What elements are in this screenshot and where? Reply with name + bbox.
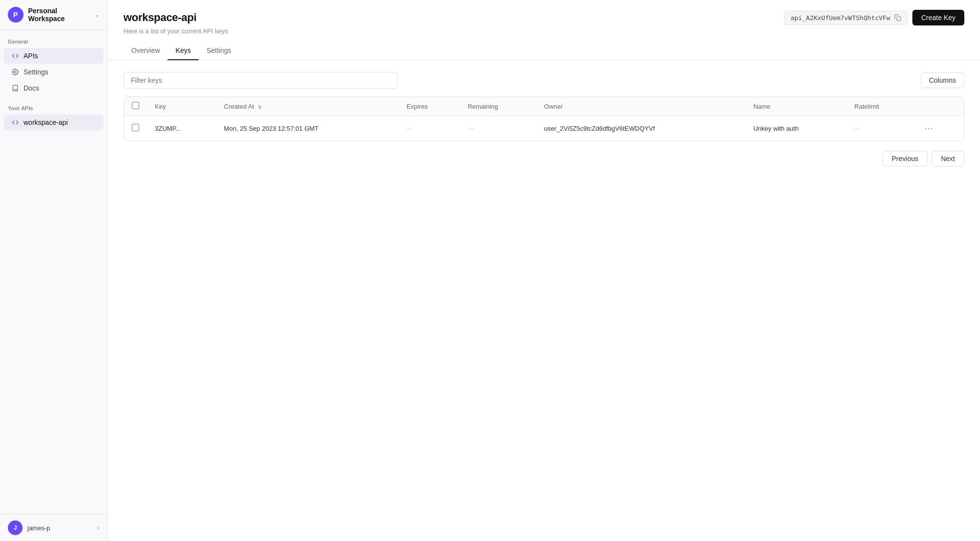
row-key: 3ZUMP... — [147, 116, 216, 141]
main-content: workspace-api api_A2KxUfUem7vWTShQhtcVFw… — [108, 0, 980, 541]
th-created-at[interactable]: Created At ⇅ — [216, 97, 399, 116]
content-area: Columns Key Created At ⇅ Expires — [108, 60, 980, 541]
th-name: Name — [745, 97, 846, 116]
workspace-info: P Personal Workspace — [8, 7, 95, 23]
row-created-at: Mon, 25 Sep 2023 12:57:01 GMT — [216, 116, 399, 141]
sidebar-item-workspace-api[interactable]: workspace-api — [4, 115, 103, 130]
sort-icon: ⇅ — [258, 104, 262, 110]
api-key-display: api_A2KxUfUem7vWTShQhtcVFw — [784, 11, 907, 25]
general-section-label: General — [0, 30, 107, 47]
row-checkbox[interactable] — [132, 124, 139, 131]
row-checkbox-cell[interactable] — [124, 116, 147, 141]
th-key: Key — [147, 97, 216, 116]
chevron-right-icon: › — [98, 524, 99, 531]
table-header-row: Key Created At ⇅ Expires Remaining Owner… — [124, 97, 964, 116]
th-ratelimit: Ratelimit — [847, 97, 914, 116]
workspace-avatar: P — [8, 7, 24, 23]
tab-settings[interactable]: Settings — [198, 42, 239, 60]
header-actions: api_A2KxUfUem7vWTShQhtcVFw Create Key — [784, 10, 964, 25]
book-icon — [12, 85, 19, 92]
sidebar-item-settings-label: Settings — [24, 68, 49, 76]
tabs: Overview Keys Settings — [123, 42, 964, 60]
filter-row: Columns — [123, 72, 964, 89]
copy-api-key-button[interactable] — [894, 14, 901, 21]
code-icon-api — [12, 119, 19, 126]
tab-keys[interactable]: Keys — [168, 42, 198, 60]
workspace-name: Personal Workspace — [28, 7, 95, 23]
user-footer[interactable]: J james-p › — [0, 514, 107, 541]
sidebar-nav: General APIs Settings — [0, 30, 107, 514]
svg-point-0 — [14, 71, 16, 73]
sidebar-item-docs-label: Docs — [24, 84, 39, 92]
select-all-checkbox[interactable] — [132, 102, 139, 109]
row-remaining: — — [460, 116, 536, 141]
sidebar: P Personal Workspace ⌄ General APIs S — [0, 0, 108, 541]
sidebar-item-apis-label: APIs — [24, 52, 38, 60]
row-expires: — — [399, 116, 460, 141]
keys-table-container: Key Created At ⇅ Expires Remaining Owner… — [123, 96, 964, 141]
row-owner: user_2Vi5Z5c9tcZd6dfbgV6tEWDQYVf — [536, 116, 745, 141]
title-row: workspace-api api_A2KxUfUem7vWTShQhtcVFw… — [123, 10, 964, 25]
api-key-value: api_A2KxUfUem7vWTShQhtcVFw — [790, 14, 890, 22]
th-checkbox — [124, 97, 147, 116]
create-key-button[interactable]: Create Key — [912, 10, 964, 25]
svg-rect-1 — [897, 17, 901, 21]
sidebar-item-apis[interactable]: APIs — [4, 48, 103, 64]
columns-button[interactable]: Columns — [921, 72, 964, 88]
row-ratelimit: — — [847, 116, 914, 141]
sidebar-item-workspace-api-label: workspace-api — [24, 118, 68, 126]
user-avatar: J — [8, 520, 23, 535]
next-button[interactable]: Next — [931, 151, 964, 166]
pagination: Previous Next — [123, 151, 964, 166]
workspace-switcher[interactable]: P Personal Workspace ⌄ — [0, 0, 107, 30]
username: james-p — [27, 524, 50, 532]
keys-table: Key Created At ⇅ Expires Remaining Owner… — [124, 97, 964, 141]
th-actions — [913, 97, 964, 116]
tab-overview[interactable]: Overview — [123, 42, 168, 60]
page-subtitle: Here is a list of your current API keys — [123, 27, 964, 35]
row-actions-button[interactable]: ⋯ — [921, 122, 936, 135]
th-owner: Owner — [536, 97, 745, 116]
page-header: workspace-api api_A2KxUfUem7vWTShQhtcVFw… — [108, 0, 980, 60]
user-info: J james-p — [8, 520, 50, 535]
th-remaining: Remaining — [460, 97, 536, 116]
th-expires: Expires — [399, 97, 460, 116]
chevron-down-icon: ⌄ — [95, 11, 99, 18]
settings-icon — [12, 69, 19, 75]
table-row: 3ZUMP... Mon, 25 Sep 2023 12:57:01 GMT —… — [124, 116, 964, 141]
row-actions-cell[interactable]: ⋯ — [913, 116, 964, 141]
sidebar-item-docs[interactable]: Docs — [4, 80, 103, 96]
previous-button[interactable]: Previous — [882, 151, 928, 166]
your-apis-section-label: Your APIs — [0, 96, 107, 114]
page-title: workspace-api — [123, 11, 196, 24]
code-icon — [12, 52, 19, 59]
row-name: Unkey with auth — [745, 116, 846, 141]
filter-keys-input[interactable] — [123, 72, 398, 89]
sidebar-item-settings[interactable]: Settings — [4, 64, 103, 80]
table-body: 3ZUMP... Mon, 25 Sep 2023 12:57:01 GMT —… — [124, 116, 964, 141]
